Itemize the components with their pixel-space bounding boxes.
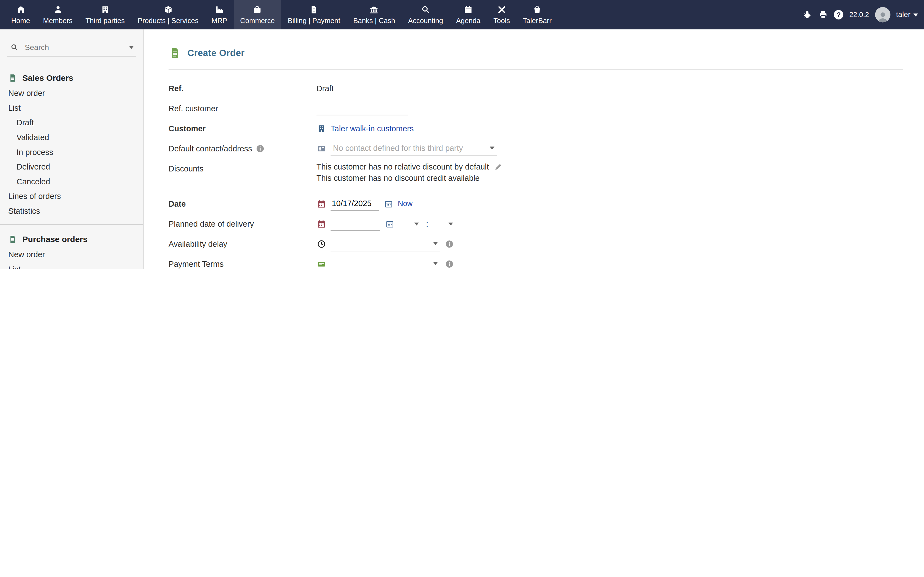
discount-default-text: This customer has no relative discount b… [317, 162, 489, 171]
sidebar-item-list[interactable]: List [0, 101, 143, 115]
discounts-label: Discounts [169, 162, 317, 173]
nav-item-third-parties[interactable]: Third parties [79, 0, 131, 29]
nav-label: TalerBarr [523, 16, 551, 24]
customer-link[interactable]: Taler walk-in customers [331, 124, 414, 133]
contact-select[interactable]: No contact defined for this third party [331, 141, 497, 156]
payment-terms-select[interactable] [331, 256, 440, 269]
briefcase-icon [253, 5, 262, 14]
sidebar-item-po-list[interactable]: List [0, 262, 143, 269]
sidebar-item-validated[interactable]: Validated [0, 130, 143, 145]
calendar-icon [317, 219, 326, 228]
nav-item-agenda[interactable]: Agenda [450, 0, 487, 29]
payment-terms-icon [317, 259, 326, 268]
version-label: 22.0.2 [849, 11, 869, 19]
sidebar-item-new-order[interactable]: New order [0, 86, 143, 101]
form-row-availability: Availability delay [169, 234, 903, 254]
search-input[interactable] [24, 42, 124, 52]
sidebar-item-po-new-order[interactable]: New order [0, 247, 143, 262]
chevron-down-icon [433, 242, 438, 245]
nav-label: Accounting [408, 16, 443, 24]
delivery-hour-select[interactable] [399, 217, 421, 231]
form-row-ref: Ref. Draft [169, 78, 903, 98]
chevron-down-icon [448, 222, 453, 225]
nav-item-products[interactable]: Products | Services [131, 0, 205, 29]
clock-icon [317, 239, 326, 248]
topnav-right: ? 22.0.2 taler [802, 0, 918, 29]
sidebar-item-statistics[interactable]: Statistics [0, 204, 143, 218]
sidebar-item-delivered[interactable]: Delivered [0, 160, 143, 174]
contact-select-placeholder: No contact defined for this third party [333, 144, 463, 153]
bug-icon[interactable] [802, 10, 812, 19]
nav-item-tools[interactable]: Tools [487, 0, 517, 29]
user-avatar[interactable] [875, 7, 890, 23]
nav-item-banks[interactable]: Banks | Cash [347, 0, 402, 29]
form-row-discounts: Discounts This customer has no relative … [169, 158, 903, 194]
main-content: Create Order Ref. Draft Ref. customer Cu… [144, 29, 924, 269]
create-order-file-icon [169, 47, 180, 59]
calendar-icon [464, 5, 473, 14]
search-dollar-icon [421, 5, 430, 14]
nav-label: Products | Services [138, 16, 199, 24]
sidebar-item-lines-of-orders[interactable]: Lines of orders [0, 189, 143, 204]
nav-label: Third parties [86, 16, 125, 24]
calendar-picker-icon[interactable] [385, 219, 394, 228]
delivery-date-input[interactable] [331, 217, 380, 230]
nav-item-talerbarr[interactable]: TalerBarr [517, 0, 558, 29]
form-row-delivery-date: Planned date of delivery : [169, 214, 903, 234]
sidebar-item-canceled[interactable]: Canceled [0, 174, 143, 189]
nav-item-members[interactable]: Members [37, 0, 79, 29]
availability-select[interactable] [331, 236, 440, 251]
search-dropdown-caret-icon[interactable] [129, 46, 134, 49]
ref-customer-input[interactable] [317, 102, 409, 115]
info-icon [445, 239, 454, 248]
nav-label: Agenda [456, 16, 480, 24]
nav-item-billing[interactable]: Billing | Payment [281, 0, 347, 29]
tools-icon [497, 5, 506, 14]
print-icon[interactable] [818, 10, 828, 19]
company-building-icon [317, 124, 326, 133]
nav-label: Commerce [240, 16, 275, 24]
nav-label: Tools [493, 16, 510, 24]
nav-item-commerce[interactable]: Commerce [234, 0, 281, 29]
date-input[interactable] [331, 197, 379, 211]
nav-item-accounting[interactable]: Accounting [402, 0, 449, 29]
factory-icon [215, 5, 224, 14]
chevron-down-icon [414, 222, 419, 225]
calendar-picker-icon[interactable] [384, 199, 393, 208]
chevron-down-icon [433, 262, 438, 265]
invoice-icon [309, 5, 319, 14]
nav-item-mrp[interactable]: MRP [205, 0, 233, 29]
ref-value: Draft [317, 84, 334, 93]
calendar-icon [317, 199, 326, 208]
discount-credit-text: This customer has no discount credit ava… [317, 174, 480, 182]
form-row-contact: Default contact/address No contact defin… [169, 139, 903, 158]
now-link[interactable]: Now [397, 200, 412, 208]
sidebar-divider [0, 224, 143, 225]
form-row-date: Date Now [169, 194, 903, 214]
ref-customer-label: Ref. customer [169, 104, 317, 113]
delivery-minute-select[interactable] [433, 217, 455, 231]
create-order-form: Ref. Draft Ref. customer Customer Taler … [169, 78, 903, 269]
edit-pencil-icon[interactable] [494, 162, 503, 171]
sidebar-item-draft[interactable]: Draft [0, 115, 143, 130]
app-window: Home Members Third parties Products | Se… [0, 0, 924, 269]
orders-file-icon [8, 73, 17, 82]
home-icon [16, 5, 25, 14]
bank-icon [370, 5, 379, 14]
form-row-payment-terms: Payment Terms [169, 254, 903, 269]
nav-label: Banks | Cash [353, 16, 395, 24]
delivery-date-label: Planned date of delivery [169, 219, 317, 228]
help-icon[interactable]: ? [834, 10, 843, 19]
payment-terms-label: Payment Terms [169, 259, 317, 268]
member-icon [53, 5, 62, 14]
sidebar-item-in-process[interactable]: In process [0, 145, 143, 160]
shop-bag-icon [532, 5, 542, 14]
date-label: Date [169, 199, 317, 208]
nav-item-home[interactable]: Home [5, 0, 37, 29]
chevron-down-icon [913, 13, 918, 16]
nav-label: MRP [212, 16, 227, 24]
page-title: Create Order [187, 48, 244, 58]
user-menu[interactable]: taler [896, 11, 918, 19]
sidebar-search[interactable] [7, 40, 136, 56]
sidebar-section-purchase-orders: Purchase orders [0, 231, 143, 247]
